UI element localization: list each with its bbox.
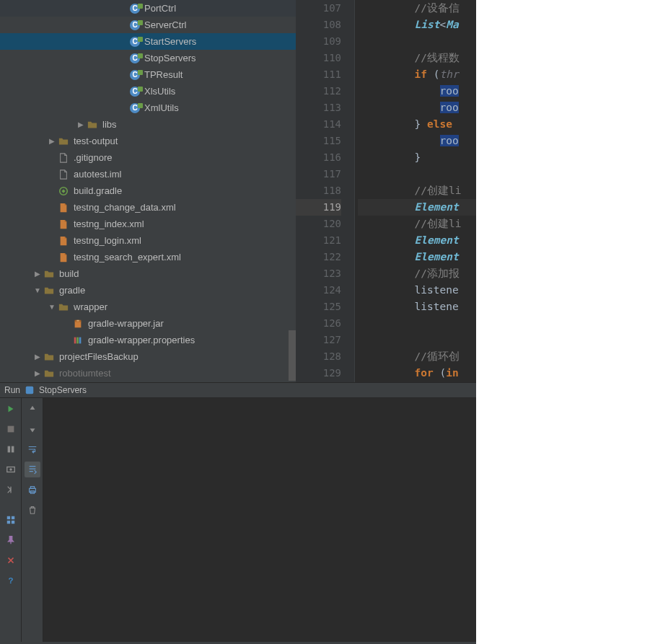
rerun-button[interactable] <box>3 401 19 417</box>
gutter-line-number[interactable]: 108 <box>296 17 341 33</box>
code-line[interactable]: List<Ma <box>358 17 476 33</box>
gutter-line-number[interactable]: 116 <box>296 149 341 166</box>
tree-item[interactable]: CXlsUtils <box>0 83 296 100</box>
code-line[interactable] <box>358 315 476 332</box>
code-line[interactable]: } <box>358 149 476 166</box>
tree-item[interactable]: gradle-wrapper.jar <box>0 315 296 332</box>
tree-item[interactable]: testng_index.xml <box>0 216 296 232</box>
expand-arrow-icon[interactable]: ▶ <box>75 120 87 128</box>
tree-item[interactable]: .gitignore <box>0 149 296 166</box>
collapse-arrow-icon[interactable]: ▼ <box>32 286 43 294</box>
tree-item[interactable]: ▶projectFilesBackup <box>0 348 296 365</box>
code-line[interactable]: //设备信 <box>358 0 476 17</box>
code-line[interactable]: Element <box>358 249 476 265</box>
project-scrollbar-thumb[interactable] <box>289 330 296 381</box>
gutter-line-number[interactable]: 111 <box>296 66 341 83</box>
code-editor[interactable]: 1071081091101111121131141151161171181191… <box>296 0 476 382</box>
dump-threads-button[interactable] <box>3 462 19 477</box>
tree-item[interactable]: gradle-wrapper.properties <box>0 332 296 348</box>
gutter-line-number[interactable]: 109 <box>296 33 341 50</box>
soft-wrap-button[interactable] <box>25 441 40 457</box>
scroll-to-end-button[interactable] <box>25 462 40 477</box>
code-line[interactable]: } else <box>358 116 476 133</box>
gutter-line-number[interactable]: 118 <box>296 182 341 199</box>
expand-arrow-icon[interactable]: ▶ <box>32 369 43 377</box>
code-line[interactable]: //线程数 <box>358 50 476 66</box>
console-output[interactable] <box>43 398 476 642</box>
expand-arrow-icon[interactable]: ▶ <box>32 270 43 278</box>
gutter-line-number[interactable]: 112 <box>296 83 341 100</box>
help-button[interactable]: ? <box>3 573 19 588</box>
pause-button[interactable] <box>3 441 19 457</box>
code-line[interactable] <box>358 332 476 348</box>
gutter-line-number[interactable]: 128 <box>296 348 341 365</box>
gutter-line-number[interactable]: 119 <box>296 199 341 216</box>
collapse-arrow-icon[interactable]: ▼ <box>46 303 58 311</box>
code-line[interactable]: //循环创 <box>358 348 476 365</box>
gutter-line-number[interactable]: 115 <box>296 133 341 149</box>
tree-item[interactable]: ▶libs <box>0 116 296 133</box>
up-button[interactable] <box>25 401 40 417</box>
tree-item[interactable]: CPortCtrl <box>0 0 296 17</box>
run-panel-header[interactable]: Run StopServers <box>0 382 476 398</box>
code-line[interactable]: for (in <box>358 365 476 381</box>
tree-item[interactable]: ▶test-output <box>0 133 296 149</box>
project-scrollbar[interactable] <box>289 128 296 378</box>
tree-item[interactable]: CServerCtrl <box>0 17 296 33</box>
tree-item[interactable]: ▼wrapper <box>0 299 296 315</box>
gutter-line-number[interactable]: 129 <box>296 365 341 381</box>
code-line[interactable]: roo <box>358 133 476 149</box>
expand-arrow-icon[interactable]: ▶ <box>46 137 58 145</box>
gutter-line-number[interactable]: 114 <box>296 116 341 133</box>
print-button[interactable] <box>25 482 40 498</box>
pin-button[interactable] <box>3 532 19 548</box>
gutter-line-number[interactable]: 125 <box>296 299 341 315</box>
tree-item[interactable]: CXmlUtils <box>0 100 296 116</box>
layout-button[interactable] <box>3 512 19 528</box>
code-line[interactable] <box>358 33 476 50</box>
gutter-line-number[interactable]: 113 <box>296 100 341 116</box>
code-line[interactable]: if (thr <box>358 66 476 83</box>
gutter-line-number[interactable]: 124 <box>296 282 341 299</box>
tree-item[interactable]: ▼gradle <box>0 282 296 299</box>
gutter-line-number[interactable]: 120 <box>296 216 341 232</box>
expand-arrow-icon[interactable]: ▶ <box>32 353 43 361</box>
gutter-line-number[interactable]: 127 <box>296 332 341 348</box>
gutter-line-number[interactable]: 117 <box>296 166 341 182</box>
code-line[interactable] <box>358 166 476 182</box>
editor-code-area[interactable]: //设备信 List<Ma //线程数 if (thr roo roo } el… <box>355 0 476 382</box>
gutter-line-number[interactable]: 126 <box>296 315 341 332</box>
tree-item[interactable]: CTPResult <box>0 66 296 83</box>
tree-item[interactable]: autotest.iml <box>0 166 296 182</box>
tree-item[interactable]: ▶robotiumtest <box>0 365 296 381</box>
close-button[interactable] <box>3 552 19 568</box>
tree-item[interactable]: CStopServers <box>0 50 296 66</box>
down-button[interactable] <box>25 421 40 437</box>
tree-item[interactable]: testng_change_data.xml <box>0 199 296 216</box>
clear-button[interactable] <box>25 502 40 518</box>
code-line[interactable]: //创建li <box>358 182 476 199</box>
code-line[interactable]: listene <box>358 282 476 299</box>
gutter-line-number[interactable]: 110 <box>296 50 341 66</box>
gutter-line-number[interactable]: 122 <box>296 249 341 265</box>
gutter-line-number[interactable]: 121 <box>296 232 341 249</box>
tree-item[interactable]: build.gradle <box>0 182 296 199</box>
code-line[interactable]: listene <box>358 299 476 315</box>
tree-item[interactable]: testng_login.xml <box>0 232 296 249</box>
code-line[interactable]: Element <box>358 199 476 216</box>
xml-file-icon <box>58 219 69 230</box>
stop-button[interactable] <box>3 421 19 437</box>
code-line[interactable]: roo <box>358 83 476 100</box>
code-line[interactable]: roo <box>358 100 476 116</box>
code-line[interactable]: Element <box>358 232 476 249</box>
tree-item[interactable]: testng_search_expert.xml <box>0 249 296 265</box>
tree-item[interactable]: ▶build <box>0 265 296 282</box>
gutter-line-number[interactable]: 123 <box>296 265 341 282</box>
tree-item-label: autotest.iml <box>74 169 121 180</box>
code-line[interactable]: //添加报 <box>358 265 476 282</box>
exit-button[interactable] <box>3 482 19 498</box>
tree-item[interactable]: CStartServers <box>0 33 296 50</box>
tree-item-label: robotiumtest <box>59 368 111 379</box>
gutter-line-number[interactable]: 107 <box>296 0 341 17</box>
code-line[interactable]: //创建li <box>358 216 476 232</box>
